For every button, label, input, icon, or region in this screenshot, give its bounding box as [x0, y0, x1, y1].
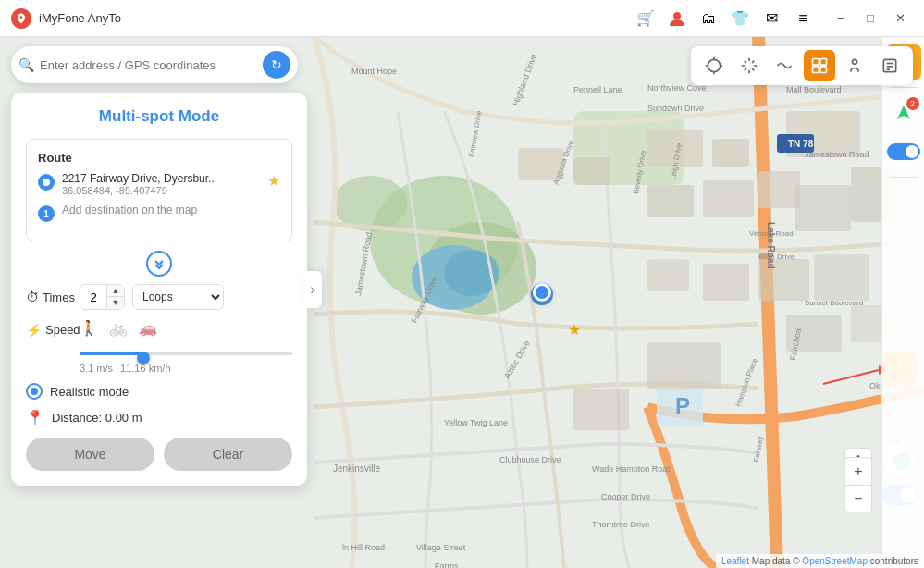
search-input[interactable]: [40, 58, 263, 72]
realistic-radio[interactable]: [26, 383, 43, 400]
right-sidebar: 2: [881, 37, 924, 568]
origin-coords: 36.058484, -89.407479: [62, 185, 260, 196]
collapse-icon[interactable]: [146, 251, 172, 277]
times-arrows: ▲ ▼: [106, 285, 124, 309]
attribution-leaflet[interactable]: Leaflet: [721, 556, 749, 566]
route-box: Route 2217 Fairway Drive, Dyersbur... 36…: [26, 139, 292, 241]
zoom-in-button[interactable]: +: [844, 457, 872, 485]
distance-row: 📍 Distance: 0.00 m: [26, 409, 292, 426]
action-buttons: Move Clear: [26, 438, 292, 471]
origin-address: 2217 Fairway Drive, Dyersbur...: [62, 172, 260, 185]
clear-button[interactable]: Clear: [164, 438, 292, 471]
speed-thumb[interactable]: [137, 352, 150, 364]
favorite-star[interactable]: ★: [267, 172, 280, 190]
dest-number: 1: [38, 205, 55, 222]
svg-text:Sundown Drive: Sundown Drive: [647, 104, 704, 113]
car-icon[interactable]: 🚗: [139, 319, 157, 337]
realistic-dot-inner: [31, 388, 38, 395]
svg-text:Jamestown Road: Jamestown Road: [805, 150, 869, 159]
svg-text:Cooper Drive: Cooper Drive: [601, 492, 650, 501]
svg-rect-22: [647, 342, 721, 389]
speed-ms: 3.1 m/s: [80, 363, 113, 374]
realistic-label: Realistic mode: [50, 385, 129, 399]
maximize-button[interactable]: □: [857, 6, 883, 31]
svg-rect-11: [712, 139, 749, 167]
svg-rect-80: [820, 59, 827, 66]
svg-text:Village Street: Village Street: [416, 543, 466, 552]
green-nav-icon[interactable]: 2: [886, 95, 921, 130]
distance-icon: 📍: [26, 409, 44, 426]
svg-rect-79: [813, 59, 819, 66]
close-button[interactable]: ✕: [887, 6, 913, 31]
times-label: Times: [43, 290, 75, 304]
searchbar: 🔍 ↻: [11, 46, 298, 83]
multispot-tool[interactable]: [804, 50, 835, 81]
bike-icon[interactable]: 🚲: [109, 319, 128, 337]
minimize-button[interactable]: −: [828, 6, 854, 31]
panel-collapse-arrow[interactable]: ›: [303, 271, 322, 308]
profile-icon[interactable]: [667, 8, 687, 29]
speed-track[interactable]: [80, 352, 292, 355]
svg-text:★: ★: [568, 322, 581, 338]
panel-title: Multi-spot Mode: [26, 107, 292, 126]
titlebar-icons: 🛒 🗂 👕 ✉ ≡: [635, 8, 813, 29]
route-item-dest[interactable]: 1 Add destination on the map: [38, 204, 280, 222]
times-up-button[interactable]: ▲: [107, 285, 124, 297]
svg-text:TN 78: TN 78: [788, 139, 814, 149]
refresh-button[interactable]: ↻: [263, 51, 290, 79]
menu-icon[interactable]: ≡: [793, 8, 813, 29]
svg-text:Clubhouse Drive: Clubhouse Drive: [499, 455, 561, 464]
svg-rect-13: [647, 185, 694, 217]
route-label: Route: [38, 151, 280, 165]
zoom-controls: + −: [844, 457, 872, 512]
history-tool[interactable]: [874, 50, 906, 81]
person-tool[interactable]: [839, 50, 870, 81]
walk-icon[interactable]: 🚶: [80, 319, 98, 337]
svg-text:Yellow Twig Lane: Yellow Twig Lane: [444, 418, 508, 427]
times-control[interactable]: 2 ▲ ▼: [80, 284, 125, 310]
times-down-button[interactable]: ▼: [107, 297, 124, 309]
attribution-map: Map data ©: [752, 556, 800, 566]
sidebar-divider-2: [890, 177, 918, 178]
search-icon: 🔍: [18, 57, 34, 72]
svg-rect-18: [647, 259, 689, 291]
speed-slider[interactable]: [80, 344, 292, 363]
zoom-out-button[interactable]: −: [844, 485, 872, 512]
svg-rect-19: [703, 264, 749, 301]
blue-toggle-icon[interactable]: [886, 134, 921, 169]
svg-rect-81: [813, 67, 819, 73]
svg-text:ln Hill Road: ln Hill Road: [342, 543, 385, 552]
window-controls: − □ ✕: [828, 6, 913, 31]
crosshair-tool[interactable]: [698, 50, 730, 81]
realistic-row[interactable]: Realistic mode: [26, 383, 292, 400]
times-value: 2: [80, 290, 106, 304]
svg-text:Mall Boulevard: Mall Boulevard: [786, 85, 842, 94]
svg-text:P: P: [675, 393, 690, 418]
speed-kmh: 11.16 km/h: [120, 363, 170, 374]
briefcase-icon[interactable]: 🗂: [698, 8, 719, 29]
app-name: iMyFone AnyTo: [39, 11, 635, 25]
svg-point-0: [673, 12, 681, 19]
svg-text:Pennell Lane: Pennell Lane: [573, 85, 622, 94]
collapse-button[interactable]: [26, 251, 292, 277]
cart-icon[interactable]: 🛒: [635, 8, 656, 29]
times-row: ⏱ Times 2 ▲ ▼ Loops Round Trips Infinity: [26, 284, 292, 310]
move-tool[interactable]: [733, 50, 765, 81]
loops-select[interactable]: Loops Round Trips Infinity: [132, 284, 224, 310]
mail-icon[interactable]: ✉: [761, 8, 782, 29]
attribution-osm[interactable]: OpenStreetMap: [802, 556, 868, 566]
route-item-origin: 2217 Fairway Drive, Dyersbur... 36.05848…: [38, 172, 280, 196]
move-button[interactable]: Move: [26, 438, 154, 471]
svg-rect-9: [573, 157, 610, 185]
route-tool[interactable]: [769, 50, 800, 81]
speed-label: Speed: [45, 323, 80, 337]
sidebar-divider-1: [890, 87, 918, 88]
speed-values: 3.1 m/s 11.16 km/h: [80, 363, 292, 374]
speed-row: ⚡ Speed 🚶 🚲 🚗 3.1 m/s 11.16 km/h: [26, 319, 292, 374]
shirt-icon[interactable]: 👕: [730, 8, 750, 29]
svg-rect-21: [814, 254, 869, 301]
svg-text:Thorntree Drive: Thorntree Drive: [592, 520, 650, 529]
titlebar: iMyFone AnyTo 🛒 🗂 👕 ✉ ≡ − □ ✕: [0, 0, 924, 37]
add-destination-label[interactable]: Add destination on the map: [62, 204, 197, 216]
svg-rect-15: [758, 171, 800, 208]
